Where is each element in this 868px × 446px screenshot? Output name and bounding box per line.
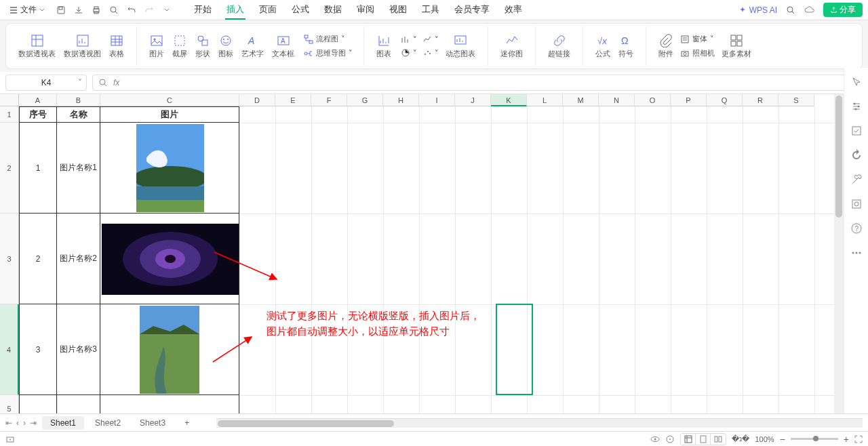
history-icon[interactable] <box>850 198 863 210</box>
inserted-image-3[interactable] <box>140 306 199 394</box>
share-button[interactable]: 分享 <box>823 3 863 17</box>
chart-sm2[interactable]: ˅ <box>398 47 420 59</box>
col-header-H[interactable]: H <box>383 94 419 106</box>
wordart-button[interactable]: A艺术字 <box>237 34 268 59</box>
sheet-tab-1[interactable]: Sheet1 <box>42 416 84 430</box>
cloud-icon[interactable] <box>804 5 815 16</box>
tab-page[interactable]: 页面 <box>258 1 278 20</box>
sheet-tab-2[interactable]: Sheet2 <box>87 416 129 430</box>
inserted-image-2[interactable] <box>102 224 239 295</box>
sheet-tab-3[interactable]: Sheet3 <box>132 416 174 430</box>
tab-view[interactable]: 视图 <box>388 1 408 20</box>
export-icon[interactable] <box>73 5 84 16</box>
cell-image-1[interactable] <box>100 122 239 214</box>
chart-sm3[interactable]: ˅ <box>420 33 441 45</box>
reading-mode-icon[interactable]: �נ� <box>732 434 749 443</box>
header-image[interactable]: 图片 <box>100 106 239 123</box>
dynamic-chart-button[interactable]: 动态图表 <box>441 34 479 59</box>
col-header-N[interactable]: N <box>599 94 635 106</box>
row-header-1[interactable]: 1 <box>0 106 19 123</box>
backup-icon[interactable] <box>850 149 863 161</box>
cell-image-3[interactable] <box>100 304 239 395</box>
col-header-L[interactable]: L <box>527 94 563 106</box>
col-header-Q[interactable]: Q <box>707 94 743 106</box>
tab-member[interactable]: 会员专享 <box>453 1 491 20</box>
undo-icon[interactable] <box>126 5 137 16</box>
picture-button[interactable]: 图片 <box>145 34 168 59</box>
header-no[interactable]: 序号 <box>19 106 57 123</box>
camera-button[interactable]: 照相机 <box>677 47 717 60</box>
zoom-out-button[interactable]: − <box>780 434 785 445</box>
tab-data[interactable]: 数据 <box>323 1 343 20</box>
horizontal-scrollbar[interactable] <box>216 418 863 428</box>
print-icon[interactable] <box>91 5 102 16</box>
file-menu-button[interactable]: 文件 <box>5 3 49 17</box>
form-button[interactable]: 窗体 ˅ <box>677 33 717 45</box>
col-header-O[interactable]: O <box>635 94 671 106</box>
wps-ai-button[interactable]: WPS AI <box>738 5 777 15</box>
preview-icon[interactable] <box>108 5 119 16</box>
symbol-button[interactable]: Ω符号 <box>614 34 637 59</box>
redo-icon[interactable] <box>144 5 155 16</box>
flowchart-button[interactable]: 流程图 ˅ <box>301 33 355 45</box>
save-icon[interactable] <box>56 5 66 16</box>
sparkline-button[interactable]: 迷你图 <box>496 34 527 59</box>
cell-no-1[interactable]: 1 <box>19 122 57 214</box>
sheet-nav-last-icon[interactable]: ⇥ <box>30 418 37 428</box>
more-icon[interactable] <box>850 247 863 259</box>
table-button[interactable]: 表格 <box>105 34 128 59</box>
tools-icon[interactable] <box>850 174 863 186</box>
mindmap-button[interactable]: 思维导图 ˅ <box>301 47 355 60</box>
cell-no-3[interactable]: 3 <box>19 304 57 395</box>
chart-sm1[interactable]: ˅ <box>398 33 420 45</box>
col-header-C[interactable]: C <box>100 94 239 106</box>
view-normal-icon[interactable] <box>681 434 696 445</box>
pivot-table-button[interactable]: 数据透视表 <box>14 34 60 59</box>
zoom-slider[interactable] <box>791 438 838 440</box>
spreadsheet-grid[interactable]: ABCDEFGHIJKLMNOPQRS 12345 序号 名称 图片 1 图片名… <box>0 94 868 420</box>
cell-image-2[interactable] <box>100 213 239 304</box>
col-header-B[interactable]: B <box>57 94 100 106</box>
col-header-M[interactable]: M <box>563 94 599 106</box>
focus-icon[interactable] <box>665 434 675 444</box>
col-header-G[interactable]: G <box>347 94 383 106</box>
more-assets-button[interactable]: 更多素材 <box>717 34 755 59</box>
icons-button[interactable]: 图标 <box>214 34 237 59</box>
row-header-4[interactable]: 4 <box>0 304 19 395</box>
col-header-R[interactable]: R <box>743 94 778 106</box>
search-icon[interactable] <box>785 5 796 16</box>
view-page-icon[interactable] <box>696 434 711 445</box>
name-box[interactable]: K4˅ <box>5 75 87 91</box>
row-header-3[interactable]: 3 <box>0 214 19 304</box>
equation-button[interactable]: √x公式 <box>591 34 614 59</box>
tab-start[interactable]: 开始 <box>193 1 213 20</box>
sheet-nav-first-icon[interactable]: ⇤ <box>5 418 12 428</box>
zoom-level[interactable]: 100% <box>755 435 774 443</box>
col-header-E[interactable]: E <box>275 94 311 106</box>
cell-name-1[interactable]: 图片名称1 <box>56 122 100 214</box>
chart-sm4[interactable]: ˅ <box>420 47 441 59</box>
properties-icon[interactable] <box>850 125 863 137</box>
textbox-button[interactable]: A文本框 <box>268 34 298 59</box>
tab-insert[interactable]: 插入 <box>225 1 245 20</box>
tab-review[interactable]: 审阅 <box>355 1 376 20</box>
row-header-2[interactable]: 2 <box>0 123 19 214</box>
attachment-button[interactable]: 附件 <box>654 34 677 59</box>
inserted-image-1[interactable] <box>136 124 204 212</box>
header-name[interactable]: 名称 <box>56 106 100 123</box>
sheet-nav-next-icon[interactable]: › <box>23 418 26 428</box>
eye-icon[interactable] <box>650 434 660 444</box>
select-all-corner[interactable] <box>0 94 19 106</box>
record-macro-icon[interactable] <box>5 434 15 444</box>
col-header-P[interactable]: P <box>671 94 707 106</box>
col-header-K[interactable]: K <box>491 94 527 106</box>
expand-icon[interactable] <box>98 78 108 87</box>
shapes-button[interactable]: 形状 <box>191 34 214 59</box>
screenshot-button[interactable]: 截屏 <box>168 34 191 59</box>
col-header-I[interactable]: I <box>419 94 455 106</box>
add-sheet-button[interactable]: + <box>176 416 197 430</box>
tab-formula[interactable]: 公式 <box>290 1 311 20</box>
hyperlink-button[interactable]: 超链接 <box>544 34 574 59</box>
col-header-J[interactable]: J <box>455 94 491 106</box>
chart-button[interactable]: 图表 <box>372 34 395 59</box>
